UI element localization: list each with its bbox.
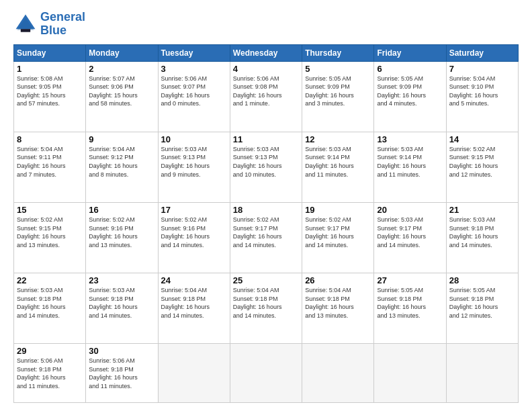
table-row: 2 Sunrise: 5:07 AM Sunset: 9:06 PM Dayli… xyxy=(86,61,158,132)
day-info: Sunrise: 5:08 AM Sunset: 9:05 PM Dayligh… xyxy=(17,75,83,108)
table-row: 28 Sunrise: 5:05 AM Sunset: 9:18 PM Dayl… xyxy=(446,273,518,344)
table-row: 22 Sunrise: 5:03 AM Sunset: 9:18 PM Dayl… xyxy=(14,273,86,344)
day-info: Sunrise: 5:05 AM Sunset: 9:09 PM Dayligh… xyxy=(305,75,371,108)
table-row: 24 Sunrise: 5:04 AM Sunset: 9:18 PM Dayl… xyxy=(158,273,230,344)
table-row xyxy=(302,344,374,403)
day-info: Sunrise: 5:03 AM Sunset: 9:17 PM Dayligh… xyxy=(377,216,443,249)
day-number: 27 xyxy=(377,275,443,285)
table-row: 29 Sunrise: 5:06 AM Sunset: 9:18 PM Dayl… xyxy=(14,344,86,403)
table-row: 18 Sunrise: 5:02 AM Sunset: 9:17 PM Dayl… xyxy=(230,202,302,273)
day-number: 11 xyxy=(233,134,299,144)
day-number: 5 xyxy=(305,64,371,74)
table-row: 8 Sunrise: 5:04 AM Sunset: 9:11 PM Dayli… xyxy=(14,132,86,202)
day-info: Sunrise: 5:02 AM Sunset: 9:15 PM Dayligh… xyxy=(17,216,83,249)
day-number: 25 xyxy=(233,275,299,285)
table-row: 12 Sunrise: 5:03 AM Sunset: 9:14 PM Dayl… xyxy=(302,132,374,202)
table-row: 23 Sunrise: 5:03 AM Sunset: 9:18 PM Dayl… xyxy=(86,273,158,344)
table-row: 13 Sunrise: 5:03 AM Sunset: 9:14 PM Dayl… xyxy=(374,132,446,202)
day-number: 14 xyxy=(449,134,515,144)
table-row: 3 Sunrise: 5:06 AM Sunset: 9:07 PM Dayli… xyxy=(158,61,230,132)
table-row xyxy=(374,344,446,403)
logo: General Blue xyxy=(13,11,85,38)
col-monday: Monday xyxy=(86,44,158,61)
day-info: Sunrise: 5:03 AM Sunset: 9:14 PM Dayligh… xyxy=(377,145,443,179)
table-row: 16 Sunrise: 5:02 AM Sunset: 9:16 PM Dayl… xyxy=(86,202,158,273)
day-number: 22 xyxy=(17,275,83,285)
table-row: 6 Sunrise: 5:05 AM Sunset: 9:09 PM Dayli… xyxy=(374,61,446,132)
col-wednesday: Wednesday xyxy=(230,44,302,61)
day-info: Sunrise: 5:02 AM Sunset: 9:16 PM Dayligh… xyxy=(89,216,154,249)
header: General Blue xyxy=(13,11,519,38)
day-number: 3 xyxy=(161,64,227,74)
day-number: 28 xyxy=(449,275,515,285)
day-info: Sunrise: 5:04 AM Sunset: 9:18 PM Dayligh… xyxy=(161,286,227,320)
day-info: Sunrise: 5:07 AM Sunset: 9:06 PM Dayligh… xyxy=(89,75,154,108)
day-info: Sunrise: 5:03 AM Sunset: 9:13 PM Dayligh… xyxy=(233,145,299,179)
table-row: 30 Sunrise: 5:06 AM Sunset: 9:18 PM Dayl… xyxy=(86,344,158,403)
day-number: 15 xyxy=(17,205,83,215)
header-row: Sunday Monday Tuesday Wednesday Thursday… xyxy=(14,44,519,61)
table-row: 27 Sunrise: 5:05 AM Sunset: 9:18 PM Dayl… xyxy=(374,273,446,344)
table-row: 15 Sunrise: 5:02 AM Sunset: 9:15 PM Dayl… xyxy=(14,202,86,273)
day-number: 6 xyxy=(377,64,443,74)
day-info: Sunrise: 5:06 AM Sunset: 9:18 PM Dayligh… xyxy=(17,357,83,390)
table-row: 7 Sunrise: 5:04 AM Sunset: 9:10 PM Dayli… xyxy=(446,61,518,132)
svg-rect-2 xyxy=(21,29,30,32)
day-info: Sunrise: 5:04 AM Sunset: 9:10 PM Dayligh… xyxy=(449,75,515,108)
day-info: Sunrise: 5:03 AM Sunset: 9:13 PM Dayligh… xyxy=(161,145,227,179)
col-friday: Friday xyxy=(374,44,446,61)
day-info: Sunrise: 5:03 AM Sunset: 9:14 PM Dayligh… xyxy=(305,145,371,179)
table-row: 21 Sunrise: 5:03 AM Sunset: 9:18 PM Dayl… xyxy=(446,202,518,273)
day-info: Sunrise: 5:04 AM Sunset: 9:11 PM Dayligh… xyxy=(17,145,83,179)
table-row: 20 Sunrise: 5:03 AM Sunset: 9:17 PM Dayl… xyxy=(374,202,446,273)
table-row: 5 Sunrise: 5:05 AM Sunset: 9:09 PM Dayli… xyxy=(302,61,374,132)
table-row: 25 Sunrise: 5:04 AM Sunset: 9:18 PM Dayl… xyxy=(230,273,302,344)
day-info: Sunrise: 5:05 AM Sunset: 9:09 PM Dayligh… xyxy=(377,75,443,108)
day-info: Sunrise: 5:02 AM Sunset: 9:15 PM Dayligh… xyxy=(449,145,515,179)
table-row: 26 Sunrise: 5:04 AM Sunset: 9:18 PM Dayl… xyxy=(302,273,374,344)
table-row: 11 Sunrise: 5:03 AM Sunset: 9:13 PM Dayl… xyxy=(230,132,302,202)
day-info: Sunrise: 5:06 AM Sunset: 9:08 PM Dayligh… xyxy=(233,75,299,108)
day-number: 26 xyxy=(305,275,371,285)
day-info: Sunrise: 5:02 AM Sunset: 9:16 PM Dayligh… xyxy=(161,216,227,249)
day-info: Sunrise: 5:06 AM Sunset: 9:07 PM Dayligh… xyxy=(161,75,227,108)
day-number: 24 xyxy=(161,275,227,285)
col-thursday: Thursday xyxy=(302,44,374,61)
calendar: Sunday Monday Tuesday Wednesday Thursday… xyxy=(13,44,519,403)
col-sunday: Sunday xyxy=(14,44,86,61)
day-number: 10 xyxy=(161,134,227,144)
day-number: 12 xyxy=(305,134,371,144)
table-row: 14 Sunrise: 5:02 AM Sunset: 9:15 PM Dayl… xyxy=(446,132,518,202)
col-tuesday: Tuesday xyxy=(158,44,230,61)
table-row: 9 Sunrise: 5:04 AM Sunset: 9:12 PM Dayli… xyxy=(86,132,158,202)
day-number: 16 xyxy=(89,205,154,215)
table-row: 19 Sunrise: 5:02 AM Sunset: 9:17 PM Dayl… xyxy=(302,202,374,273)
table-row xyxy=(446,344,518,403)
day-number: 13 xyxy=(377,134,443,144)
day-number: 20 xyxy=(377,205,443,215)
day-info: Sunrise: 5:03 AM Sunset: 9:18 PM Dayligh… xyxy=(89,286,154,320)
table-row: 10 Sunrise: 5:03 AM Sunset: 9:13 PM Dayl… xyxy=(158,132,230,202)
day-info: Sunrise: 5:03 AM Sunset: 9:18 PM Dayligh… xyxy=(17,286,83,320)
day-info: Sunrise: 5:05 AM Sunset: 9:18 PM Dayligh… xyxy=(449,286,515,320)
day-number: 30 xyxy=(89,346,154,356)
day-info: Sunrise: 5:02 AM Sunset: 9:17 PM Dayligh… xyxy=(233,216,299,249)
table-row: 1 Sunrise: 5:08 AM Sunset: 9:05 PM Dayli… xyxy=(14,61,86,132)
day-number: 29 xyxy=(17,346,83,356)
day-info: Sunrise: 5:06 AM Sunset: 9:18 PM Dayligh… xyxy=(89,357,154,390)
day-info: Sunrise: 5:02 AM Sunset: 9:17 PM Dayligh… xyxy=(305,216,371,249)
logo-icon xyxy=(13,12,38,36)
table-row xyxy=(230,344,302,403)
day-number: 17 xyxy=(161,205,227,215)
day-number: 9 xyxy=(89,134,154,144)
day-number: 8 xyxy=(17,134,83,144)
day-number: 4 xyxy=(233,64,299,74)
logo-text: General Blue xyxy=(40,11,85,38)
day-info: Sunrise: 5:04 AM Sunset: 9:12 PM Dayligh… xyxy=(89,145,154,179)
page: General Blue Sunday Monday Tuesday Wedne… xyxy=(0,0,532,411)
day-number: 21 xyxy=(449,205,515,215)
table-row: 4 Sunrise: 5:06 AM Sunset: 9:08 PM Dayli… xyxy=(230,61,302,132)
day-number: 2 xyxy=(89,64,154,74)
day-info: Sunrise: 5:05 AM Sunset: 9:18 PM Dayligh… xyxy=(377,286,443,320)
col-saturday: Saturday xyxy=(446,44,518,61)
